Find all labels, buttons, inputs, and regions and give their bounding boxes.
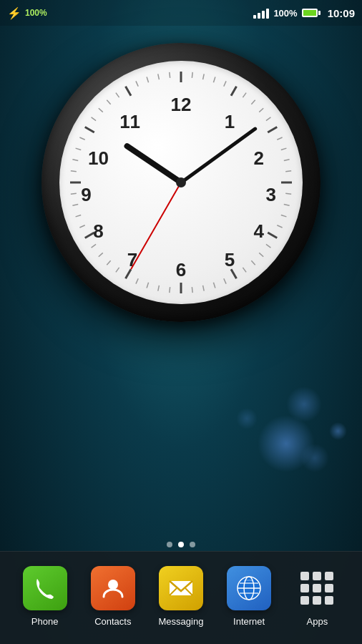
svg-line-17 — [251, 100, 255, 104]
battery-percent-label: 100% — [273, 8, 297, 19]
svg-line-52 — [92, 117, 96, 121]
dock: Phone Contacts Messaging — [0, 551, 362, 644]
svg-line-21 — [281, 148, 287, 150]
svg-line-22 — [284, 160, 290, 161]
svg-line-43 — [92, 244, 96, 248]
svg-line-56 — [136, 81, 138, 86]
bokeh-3 — [300, 444, 329, 472]
dock-item-internet[interactable]: Internet — [220, 566, 278, 627]
svg-line-16 — [243, 93, 246, 97]
svg-line-40 — [116, 268, 119, 272]
clock-time: 10:09 — [328, 7, 355, 19]
apps-icon — [295, 566, 339, 610]
status-right: 100% 10:09 — [253, 7, 355, 19]
svg-line-18 — [259, 108, 263, 112]
svg-line-33 — [213, 283, 215, 288]
clock-11: 11 — [119, 111, 141, 132]
svg-line-19 — [266, 117, 270, 121]
svg-line-26 — [281, 215, 287, 216]
svg-line-38 — [147, 283, 148, 288]
contacts-icon — [91, 566, 135, 610]
messaging-icon — [159, 566, 203, 610]
svg-line-50 — [76, 148, 82, 150]
svg-line-23 — [285, 171, 291, 172]
svg-point-60 — [108, 580, 118, 590]
clock-5: 5 — [219, 250, 240, 271]
usb-icon: ⚡ — [7, 6, 21, 20]
clock-1: 1 — [219, 111, 240, 132]
status-bar: ⚡ 100% 100% 10:09 — [0, 0, 362, 26]
svg-line-32 — [224, 278, 226, 283]
svg-line-28 — [266, 244, 270, 248]
svg-line-55 — [116, 93, 119, 97]
svg-line-11 — [126, 87, 132, 96]
svg-line-54 — [107, 100, 110, 104]
dock-item-messaging[interactable]: Messaging — [152, 566, 210, 627]
svg-line-57 — [147, 77, 148, 83]
svg-line-58 — [158, 74, 160, 79]
svg-line-1 — [231, 87, 237, 96]
bokeh-4 — [236, 408, 258, 429]
svg-line-29 — [259, 253, 263, 256]
svg-line-30 — [251, 260, 255, 265]
svg-line-20 — [277, 137, 282, 140]
messaging-label: Messaging — [159, 616, 204, 627]
status-left: ⚡ 100% — [7, 6, 47, 20]
clock-4: 4 — [248, 220, 270, 242]
svg-line-27 — [277, 225, 282, 228]
svg-line-49 — [72, 160, 78, 161]
dock-item-contacts[interactable]: Contacts — [84, 566, 142, 627]
svg-line-24 — [285, 193, 291, 194]
clock-3: 3 — [260, 184, 282, 205]
page-indicator — [167, 542, 195, 547]
battery-icon — [302, 9, 321, 17]
svg-line-25 — [284, 205, 290, 206]
contacts-label: Contacts — [94, 616, 131, 627]
page-dot-1 — [167, 542, 172, 547]
clock-10: 10 — [87, 147, 109, 169]
svg-line-14 — [213, 77, 215, 83]
svg-line-53 — [99, 108, 103, 112]
phone-icon — [23, 566, 67, 610]
clock-outer: 12 1 2 3 4 5 6 7 8 9 10 11 — [41, 43, 321, 322]
page-dot-2 — [178, 542, 184, 547]
svg-line-15 — [224, 81, 226, 86]
svg-line-51 — [79, 137, 84, 140]
phone-label: Phone — [31, 616, 59, 627]
svg-line-35 — [192, 287, 192, 293]
apps-label: Apps — [307, 616, 328, 627]
svg-line-13 — [203, 74, 205, 79]
clock-9: 9 — [75, 184, 97, 205]
svg-line-41 — [107, 260, 110, 265]
clock-8: 8 — [87, 220, 109, 242]
signal-icon — [253, 7, 269, 19]
page-dot-3 — [190, 542, 195, 547]
clock-center — [176, 177, 186, 187]
dock-item-phone[interactable]: Phone — [16, 566, 74, 627]
internet-icon — [227, 566, 271, 610]
svg-line-31 — [243, 268, 246, 272]
svg-line-36 — [170, 287, 170, 293]
svg-line-10 — [85, 127, 94, 133]
bokeh-5 — [329, 422, 347, 440]
clock-12: 12 — [170, 94, 192, 115]
svg-line-48 — [71, 171, 77, 172]
internet-label: Internet — [233, 616, 265, 627]
svg-line-2 — [268, 127, 277, 133]
svg-line-12 — [192, 72, 192, 78]
svg-line-59 — [170, 72, 170, 78]
svg-line-45 — [76, 215, 82, 216]
clock-face: 12 1 2 3 4 5 6 7 8 9 10 11 — [59, 61, 303, 304]
svg-line-37 — [158, 286, 160, 291]
clock-widget[interactable]: 12 1 2 3 4 5 6 7 8 9 10 11 — [38, 43, 324, 329]
svg-line-39 — [136, 278, 138, 283]
svg-line-42 — [99, 253, 103, 256]
svg-line-44 — [79, 225, 84, 228]
clock-6: 6 — [170, 259, 192, 280]
bokeh-2 — [286, 386, 322, 422]
battery-charge-label: 100% — [25, 8, 47, 18]
dock-item-apps[interactable]: Apps — [288, 566, 346, 627]
svg-line-34 — [203, 286, 205, 291]
clock-2: 2 — [248, 147, 270, 169]
